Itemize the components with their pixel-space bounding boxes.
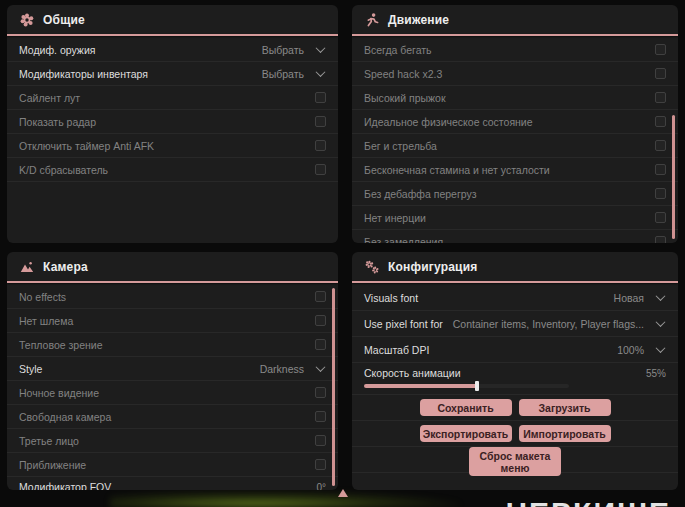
kd-resetter-checkbox[interactable] bbox=[315, 164, 326, 175]
row-checkbox: Без замедления bbox=[352, 230, 678, 243]
load-button[interactable]: Загрузить bbox=[519, 399, 611, 416]
row-buttons: ЭкспортироватьИмпортировать bbox=[352, 421, 678, 447]
row-label: Модификаторы инвентаря bbox=[19, 68, 148, 80]
flower-gear-icon bbox=[20, 13, 34, 27]
row-checkbox: No effects bbox=[7, 285, 338, 309]
no-slowdown-checkbox[interactable] bbox=[655, 236, 666, 243]
panel-general: Общие Модиф. оружияВыбратьМодификаторы и… bbox=[7, 5, 338, 243]
row-label: K/D сбрасыватель bbox=[19, 164, 108, 176]
row-label: Приближение bbox=[19, 459, 86, 471]
row-dropdown: Use pixel font forContainer items, Inven… bbox=[352, 311, 678, 337]
row-label: Бесконечная стамина и нет усталости bbox=[364, 164, 550, 176]
header-underline bbox=[352, 281, 678, 283]
disable-anti-afk-timer-checkbox[interactable] bbox=[315, 140, 326, 151]
silent-loot-checkbox[interactable] bbox=[315, 92, 326, 103]
row-dropdown: Модиф. оружияВыбрать bbox=[7, 38, 338, 62]
export-button[interactable]: Экспортировать bbox=[420, 425, 512, 442]
row-buttons: СохранитьЗагрузить bbox=[352, 395, 678, 421]
row-label: Без дебаффа перегруз bbox=[364, 188, 477, 200]
row-checkbox: Нет шлема bbox=[7, 309, 338, 333]
row-dropdown: StyleDarkness bbox=[7, 357, 338, 381]
animation-speed-slider[interactable] bbox=[364, 384, 569, 388]
speed-hack-checkbox[interactable] bbox=[655, 68, 666, 79]
third-person-checkbox[interactable] bbox=[315, 435, 326, 446]
chevron-down-icon bbox=[316, 67, 326, 77]
rows-container: No effectsНет шлемаТепловое зрениеStyleD… bbox=[7, 285, 338, 490]
weapon-mod-dropdown[interactable]: Выбрать bbox=[262, 44, 326, 56]
row-label: Всегда бегать bbox=[364, 44, 432, 56]
dpi-scale-dropdown[interactable]: 100% bbox=[617, 344, 666, 356]
infinite-stamina-checkbox[interactable] bbox=[655, 164, 666, 175]
row-checkbox: Бесконечная стамина и нет усталости bbox=[352, 158, 678, 182]
header-underline bbox=[7, 281, 338, 283]
background-watermark: ЧЕРКИШЕ bbox=[506, 496, 671, 507]
chevron-down-icon bbox=[656, 317, 666, 327]
scrollbar-thumb[interactable] bbox=[672, 115, 675, 239]
row-checkbox: Высокий прыжок bbox=[352, 86, 678, 110]
visuals-font-dropdown[interactable]: Новая bbox=[614, 292, 666, 304]
row-checkbox: Тепловое зрение bbox=[7, 333, 338, 357]
row-label: Масштаб DPI bbox=[364, 344, 429, 356]
row-label: Speed hack x2.3 bbox=[364, 68, 442, 80]
row-label: Третье лицо bbox=[19, 435, 79, 447]
zoom-checkbox[interactable] bbox=[315, 459, 326, 470]
import-button[interactable]: Импортировать bbox=[519, 425, 611, 442]
no-effects-checkbox[interactable] bbox=[315, 291, 326, 302]
row-label: Use pixel font for bbox=[364, 318, 443, 330]
row-label: Идеальное физическое состояние bbox=[364, 116, 533, 128]
runner-icon bbox=[365, 13, 379, 27]
show-radar-checkbox[interactable] bbox=[315, 116, 326, 127]
mountains-photo-icon bbox=[20, 260, 34, 274]
panel-header: Конфигурация bbox=[352, 252, 678, 281]
row-checkbox: Свободная камера bbox=[7, 405, 338, 429]
panel-title: Общие bbox=[43, 13, 85, 27]
slider-value: 55% bbox=[646, 368, 666, 379]
chevron-down-icon bbox=[656, 291, 666, 301]
dropdown-value: Darkness bbox=[260, 363, 304, 375]
panel-header: Общие bbox=[7, 5, 338, 34]
row-checkbox: Показать радар bbox=[7, 110, 338, 134]
row-label: Модификатор FOV bbox=[19, 481, 111, 490]
panel-title: Камера bbox=[43, 260, 88, 274]
slider-handle[interactable] bbox=[475, 381, 479, 391]
run-and-shoot-checkbox[interactable] bbox=[655, 140, 666, 151]
row-label: Свободная камера bbox=[19, 411, 111, 423]
dropdown-value: Container items, Inventory, Player flags… bbox=[453, 318, 644, 330]
high-jump-checkbox[interactable] bbox=[655, 92, 666, 103]
rows-container: Visuals fontНоваяUse pixel font forConta… bbox=[352, 285, 678, 490]
save-button[interactable]: Сохранить bbox=[420, 399, 512, 416]
row-label: Ночное видение bbox=[19, 387, 99, 399]
panel-title: Конфигурация bbox=[388, 260, 477, 274]
rows-container: Модиф. оружияВыбратьМодификаторы инвента… bbox=[7, 38, 338, 243]
row-checkbox: Приближение bbox=[7, 453, 338, 477]
row-checkbox: Ночное видение bbox=[7, 381, 338, 405]
no-overload-debuff-checkbox[interactable] bbox=[655, 188, 666, 199]
chevron-down-icon bbox=[656, 343, 666, 353]
row-label: Visuals font bbox=[364, 292, 418, 304]
perfect-physical-condition-checkbox[interactable] bbox=[655, 116, 666, 127]
row-label: Style bbox=[19, 363, 42, 375]
free-camera-checkbox[interactable] bbox=[315, 411, 326, 422]
panel-config: Конфигурация Visuals fontНоваяUse pixel … bbox=[352, 252, 678, 490]
no-helmet-checkbox[interactable] bbox=[315, 315, 326, 326]
dropdown-value: Выбрать bbox=[262, 68, 304, 80]
slider-fill bbox=[364, 384, 477, 388]
night-vision-checkbox[interactable] bbox=[315, 387, 326, 398]
thermal-vision-checkbox[interactable] bbox=[315, 339, 326, 350]
row-label: Отключить таймер Anti AFK bbox=[19, 140, 154, 152]
row-dropdown: Масштаб DPI100% bbox=[352, 337, 678, 363]
scrollbar-thumb[interactable] bbox=[332, 288, 335, 486]
row-checkbox: Без дебаффа перегруз bbox=[352, 182, 678, 206]
panel-header: Движение bbox=[352, 5, 678, 34]
style-dropdown[interactable]: Darkness bbox=[260, 363, 326, 375]
slider-value: 0° bbox=[316, 482, 326, 491]
inventory-mods-dropdown[interactable]: Выбрать bbox=[262, 68, 326, 80]
double-gear-icon bbox=[365, 260, 379, 274]
panel-title: Движение bbox=[388, 13, 449, 27]
always-run-checkbox[interactable] bbox=[655, 44, 666, 55]
chevron-down-icon bbox=[316, 43, 326, 53]
reset-menu-layout-button[interactable]: Сброс макета меню bbox=[469, 447, 561, 476]
no-inertia-checkbox[interactable] bbox=[655, 212, 666, 223]
row-checkbox: Speed hack x2.3 bbox=[352, 62, 678, 86]
pixel-font-dropdown[interactable]: Container items, Inventory, Player flags… bbox=[453, 318, 666, 330]
